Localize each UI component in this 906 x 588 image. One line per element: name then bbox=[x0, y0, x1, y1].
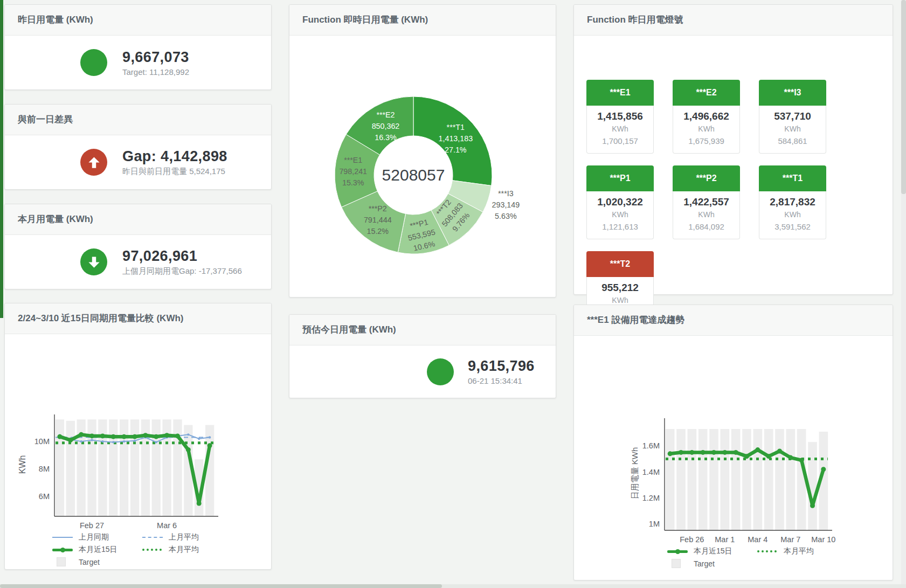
gray-box-legend-icon bbox=[667, 559, 689, 568]
compare-chart-panel: 2/24~3/10 近15日同期用電量比較 (KWh) 6M8M10MFeb 2… bbox=[4, 303, 272, 570]
trend-chart-panel: ***E1 設備用電達成趨勢 1M1.2M1.4M1.6MFeb 26Mar 1… bbox=[573, 305, 893, 580]
status-circle-icon bbox=[80, 49, 107, 76]
series-point bbox=[80, 440, 82, 442]
tile-body: 1,020,322KWh1,121,613 bbox=[586, 191, 654, 239]
blue-line-legend-icon bbox=[52, 537, 74, 538]
tile-unit: KWh bbox=[673, 209, 739, 220]
series-point bbox=[154, 434, 158, 439]
tile-name: ***P2 bbox=[673, 165, 740, 191]
tile-target: 1,684,092 bbox=[673, 220, 739, 233]
x-tick-label: Feb 26 bbox=[680, 535, 704, 544]
tile-body: 2,817,832KWh3,591,562 bbox=[759, 191, 826, 239]
y-tick-label: 1.2M bbox=[642, 494, 660, 502]
tile-unit: KWh bbox=[759, 209, 826, 220]
gray-box-legend-icon bbox=[52, 557, 74, 566]
tile-body: 1,496,662KWh1,675,939 bbox=[673, 106, 740, 154]
series-point bbox=[197, 501, 202, 506]
series-point bbox=[186, 447, 191, 452]
legend-label: 上月平均 bbox=[169, 532, 199, 542]
series-point bbox=[722, 450, 727, 455]
tile-target: 584,861 bbox=[759, 135, 826, 148]
stat-value: Gap: 4,142,898 bbox=[122, 148, 227, 165]
panel-title-estimate: 預估今日用電量 (KWh) bbox=[289, 315, 556, 345]
stat-card-estimate: 預估今日用電量 (KWh) 9,615,796 06-21 15:34:41 bbox=[289, 314, 556, 398]
tile-value: 537,710 bbox=[759, 109, 826, 123]
series-point bbox=[68, 438, 73, 442]
legend-item-green-thick[interactable]: 本月近15日 bbox=[52, 545, 142, 555]
series-point bbox=[134, 440, 136, 442]
dashboard-page: 昨日用電量 (KWh) 9,667,073 Target: 11,128,992… bbox=[0, 0, 906, 588]
series-point bbox=[100, 433, 105, 438]
trend-line-chart: 1M1.2M1.4M1.6MFeb 26Mar 1Mar 4Mar 7Mar 1… bbox=[574, 381, 893, 548]
series-point bbox=[208, 443, 212, 448]
x-tick-label: Mar 1 bbox=[715, 535, 735, 544]
compare-line-chart: 6M8M10MFeb 27Mar 6KWh bbox=[5, 383, 271, 534]
light-tile-5: ***P21,422,557KWh1,684,092 bbox=[673, 165, 740, 239]
legend-item-green-thick[interactable]: 本月近15日 bbox=[667, 547, 757, 556]
legend-item-gray-box[interactable]: Target bbox=[667, 559, 757, 568]
legend-label: Target bbox=[694, 559, 715, 568]
tile-name: ***E2 bbox=[673, 80, 740, 106]
tile-body: 1,415,856KWh1,700,157 bbox=[586, 106, 654, 154]
series-point bbox=[111, 434, 116, 439]
series-point bbox=[821, 467, 826, 472]
series-point bbox=[668, 451, 673, 456]
target-bar bbox=[666, 429, 675, 530]
tile-value: 1,422,557 bbox=[673, 195, 739, 209]
trend-chart-legend: 本月近15日本月平均Target bbox=[667, 547, 847, 571]
legend-label: 本月平均 bbox=[169, 545, 199, 555]
series-point bbox=[766, 454, 771, 459]
series-point bbox=[734, 450, 738, 455]
series-point bbox=[57, 434, 62, 439]
series-point bbox=[89, 433, 94, 438]
tile-name: ***P1 bbox=[586, 165, 654, 191]
panel-title-yesterday: 昨日用電量 (KWh) bbox=[5, 5, 271, 36]
vertical-scrollbar-thumb[interactable] bbox=[901, 0, 906, 194]
target-bar bbox=[66, 421, 75, 516]
series-point bbox=[187, 433, 189, 435]
legend-item-green-dots[interactable]: 本月平均 bbox=[757, 547, 847, 556]
stat-value: 9,667,073 bbox=[122, 49, 189, 66]
green-thick-legend-icon bbox=[667, 550, 689, 553]
tile-target: 1,700,157 bbox=[587, 135, 653, 148]
stat-subtitle: Target: 11,128,992 bbox=[122, 67, 189, 77]
series-point bbox=[198, 438, 200, 440]
x-tick-label: Mar 4 bbox=[748, 535, 767, 544]
target-bar bbox=[753, 429, 762, 530]
target-bar bbox=[775, 429, 784, 530]
compare-chart-legend: 上月同期上月平均本月近15日本月平均Target bbox=[52, 532, 232, 569]
tile-name: ***T2 bbox=[586, 251, 654, 277]
panel-title-compare: 2/24~3/10 近15日同期用電量比較 (KWh) bbox=[5, 303, 271, 334]
light-tile-1: ***E11,415,856KWh1,700,157 bbox=[586, 80, 654, 154]
arrow-up-icon bbox=[80, 149, 107, 176]
tile-unit: KWh bbox=[673, 123, 739, 135]
tile-value: 2,817,832 bbox=[759, 195, 826, 209]
series-point bbox=[788, 455, 793, 460]
vertical-scrollbar-track[interactable] bbox=[901, 0, 906, 588]
tile-name: ***E1 bbox=[586, 80, 654, 106]
panel-title-donut: Function 即時日用電量 (KWh) bbox=[289, 5, 556, 36]
y-tick-label: 8M bbox=[39, 465, 50, 473]
stat-subtitle: 06-21 15:34:41 bbox=[468, 376, 535, 385]
horizontal-scrollbar-thumb[interactable] bbox=[0, 584, 442, 588]
legend-item-green-dots[interactable]: 本月平均 bbox=[142, 545, 232, 555]
stat-card-yesterday: 昨日用電量 (KWh) 9,667,073 Target: 11,128,992 bbox=[4, 4, 272, 90]
tile-unit: KWh bbox=[587, 123, 653, 135]
horizontal-scrollbar-track[interactable] bbox=[0, 584, 906, 588]
status-circle-icon bbox=[427, 358, 454, 385]
target-bar bbox=[720, 429, 729, 530]
y-axis-title: 日用電量 KWh bbox=[630, 447, 639, 500]
y-tick-label: 1M bbox=[649, 520, 660, 528]
svg-text:***I3293,1495.63%: ***I3293,1495.63% bbox=[492, 189, 520, 220]
legend-item-blue-line[interactable]: 上月同期 bbox=[52, 532, 142, 542]
tile-body: 537,710KWh584,861 bbox=[759, 106, 826, 154]
y-tick-label: 1.4M bbox=[642, 468, 660, 476]
legend-item-gray-box[interactable]: Target bbox=[52, 557, 142, 566]
series-point bbox=[101, 440, 103, 442]
panel-title-month: 本月用電量 (KWh) bbox=[5, 204, 271, 235]
x-tick-label: Mar 10 bbox=[811, 535, 835, 544]
legend-label: 本月近15日 bbox=[694, 547, 732, 556]
legend-item-blue-dash[interactable]: 上月平均 bbox=[142, 532, 232, 542]
tile-name: ***T1 bbox=[759, 165, 826, 191]
stat-card-month: 本月用電量 (KWh) 97,026,961 上個月同期用電Gap: -17,3… bbox=[4, 204, 272, 289]
